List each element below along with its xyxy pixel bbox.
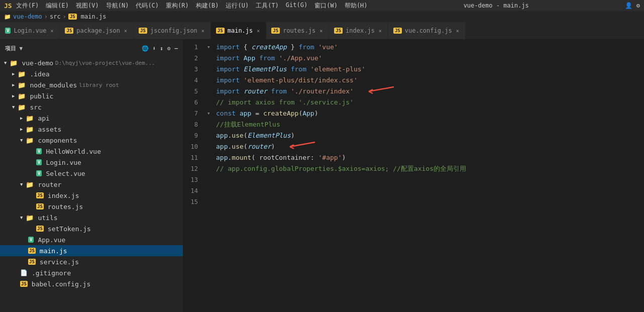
menu-item-w[interactable]: 窗口(W) [314,2,338,10]
tree-icon-router-index-js: JS [36,192,44,198]
sidebar-item-main-js-file[interactable]: JSmain.js [0,245,183,256]
line-number-4: 4 [183,75,202,86]
tab-close-main-js[interactable]: × [256,28,261,34]
sidebar-item-utils[interactable]: ▼📁utils [0,212,183,223]
tree-label-login-vue-file: Login.vue [46,159,81,166]
menu-item-f[interactable]: 文件(F) [16,2,39,10]
tab-main-js[interactable]: JSmain.js× [211,22,266,39]
sidebar-item-node-modules[interactable]: ▶📁node_modules library root [0,79,183,90]
sidebar-icon-5[interactable]: — [174,45,178,52]
tree-label-public: public [30,92,53,100]
tab-package-json[interactable]: JSpackage.json× [60,22,134,39]
tree-icon-app-vue: V [28,237,34,243]
sidebar-item-router[interactable]: ▼📁router [0,179,183,190]
tab-label-vue-config-js: vue.config.js [405,27,452,34]
code-line-13 [206,174,644,185]
line-numbers: 123456789101112131415 [183,40,206,312]
tree-label-helloworld-vue: HelloWorld.vue [46,148,101,155]
sidebar-icon-3[interactable]: ↕ [160,45,163,52]
menu-item-u[interactable]: 运行(U) [226,2,249,10]
tab-jsconfig-json[interactable]: JSjsconfig.json× [134,22,211,39]
menu-item-t[interactable]: 工具(T) [256,2,279,10]
settings-icon[interactable]: ⚙ [636,2,640,9]
sidebar-item-select-vue[interactable]: VSelect.vue [0,168,183,179]
arrow-svg-10 [280,141,320,152]
tree-icon-login-vue-file: V [36,159,42,165]
sidebar-icon-1[interactable]: 🌐 [142,45,149,52]
tab-routes-js[interactable]: JSroutes.js× [266,22,329,39]
tree-arrow-api: ▶ [20,116,23,121]
tab-label-package-json: package.json [76,27,120,34]
collapse-icon-1[interactable]: ▾ [207,42,210,53]
sidebar-item-router-index-js[interactable]: JSindex.js [0,190,183,201]
menu-item-c[interactable]: 代码(C) [136,2,159,10]
tree-label-node-modules: node_modules [30,81,77,89]
sidebar-item-components[interactable]: ▼📁components [0,135,183,146]
sidebar-item-gitignore[interactable]: 📄.gitignore [0,267,183,278]
sidebar-item-settoken-js[interactable]: JSsetToken.js [0,223,183,234]
sidebar-item-service-js[interactable]: JSservice.js [0,256,183,267]
code-lines[interactable]: ▾import { createApp } from 'vue'import A… [206,40,644,312]
tab-close-package-json[interactable]: × [123,28,128,34]
breadcrumb-item-1[interactable]: vue-demo [13,13,42,20]
user-icon[interactable]: 👤 [625,2,632,9]
code-line-5: import router from './router/index' [206,86,644,97]
menu-item-n[interactable]: 导航(N) [106,2,129,10]
tab-close-vue-config-js[interactable]: × [455,28,460,34]
sidebar-item-idea[interactable]: ▶📁.idea [0,68,183,79]
tree-icon-select-vue: V [36,170,42,176]
tab-close-index-js[interactable]: × [378,28,383,34]
menu-item-h[interactable]: 帮助(H) [345,2,368,10]
collapse-icon-7[interactable]: ▾ [207,108,210,119]
tree-label-app-vue: App.vue [38,236,65,244]
line-number-10: 10 [183,141,202,152]
arrow-svg-5 [359,86,399,97]
sidebar-icon-4[interactable]: ⚙ [167,45,171,52]
sidebar-item-api[interactable]: ▶📁api [0,113,183,124]
sidebar-icon-2[interactable]: ⬇ [153,45,156,52]
tree-label-components: components [38,137,77,144]
code-content: 123456789101112131415 ▾import { createAp… [183,40,644,312]
code-line-1: ▾import { createApp } from 'vue' [206,42,644,53]
tree-arrow-utils: ▼ [20,215,23,220]
sidebar-item-vue-demo-root[interactable]: ▼📁vue-demo D:\hqyj\vue-project\vue-dem..… [0,57,183,68]
sidebar-item-assets[interactable]: ▶📁assets [0,124,183,135]
sidebar-item-src[interactable]: ▼📁src [0,101,183,113]
tree-icon-assets: 📁 [26,126,34,133]
menu-item-gitg[interactable]: Git(G) [286,2,307,10]
sidebar: 项目 ▼ 🌐 ⬇ ↕ ⚙ — ▼📁vue-demo D:\hqyj\vue-pr… [0,40,183,312]
menu-item-b[interactable]: 构建(B) [196,2,219,10]
tab-close-login-vue[interactable]: × [49,28,54,34]
tab-login-vue[interactable]: VLogin.vue× [0,22,60,39]
title-bar-controls: 👤 ⚙ [625,2,640,9]
tree-arrow-components: ▼ [20,138,23,143]
tree-icon-main-js-file: JS [28,248,36,254]
sidebar-item-app-vue[interactable]: VApp.vue [0,234,183,245]
tab-index-js[interactable]: JSindex.js× [329,22,388,39]
tree-sublabel-node-modules: library root [79,82,119,88]
sidebar-item-public[interactable]: ▶📁public [0,90,183,101]
tree-label-idea: .idea [30,70,49,78]
breadcrumb-item-2[interactable]: src [50,13,61,20]
line-number-11: 11 [183,152,202,163]
code-line-9: app.use(ElementPlus) [206,130,644,141]
tab-label-jsconfig-json: jsconfig.json [150,27,197,34]
sidebar-item-helloworld-vue[interactable]: VHelloWorld.vue [0,146,183,157]
tab-close-routes-js[interactable]: × [318,28,324,34]
tree-label-settoken-js: setToken.js [48,225,91,233]
line-number-7: 7 [183,108,202,119]
menu-item-v[interactable]: 视图(V) [76,2,99,10]
tree-arrow-assets: ▶ [20,127,23,132]
tab-vue-config-js[interactable]: JSvue.config.js× [388,22,466,39]
menu-item-e[interactable]: 编辑(E) [46,2,69,10]
code-line-10: app.use(router) [206,141,644,152]
sidebar-item-babel-config-js[interactable]: JSbabel.config.js [0,278,183,289]
tree-icon-service-js: JS [28,259,36,265]
sidebar-item-login-vue-file[interactable]: VLogin.vue [0,157,183,168]
title-bar-left: JS 文件(F)编辑(E)视图(V)导航(N)代码(C)重构(R)构建(B)运行… [4,2,368,10]
menu-item-r[interactable]: 重构(R) [166,2,189,10]
line-number-5: 5 [183,86,202,97]
tab-close-jsconfig-json[interactable]: × [200,28,205,34]
sidebar-item-router-routes-js[interactable]: JSroutes.js [0,201,183,212]
breadcrumb-item-3[interactable]: main.js [81,13,106,20]
